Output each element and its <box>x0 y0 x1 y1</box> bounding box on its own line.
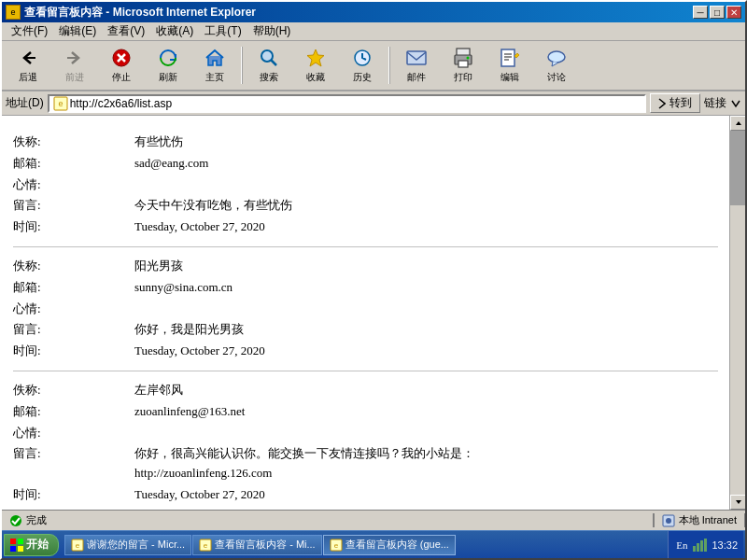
favorites-icon <box>304 47 327 69</box>
svg-rect-30 <box>697 543 699 552</box>
toolbar: 后退 前进 停止 刷新 主页 <box>2 41 745 91</box>
minimize-button[interactable]: ─ <box>693 6 708 19</box>
content-area[interactable]: 佚称: 有些忧伤 邮箱: sad@eang.com 心情: 留言: 今天中午没有… <box>2 116 729 510</box>
entry-3-message-label: 留言: <box>13 444 134 483</box>
taskbar-item-0-icon: e <box>71 539 84 552</box>
svg-text:e: e <box>333 541 338 550</box>
entry-3-time-row: 时间: Tuesday, October 27, 2020 <box>13 485 718 505</box>
taskbar-item-2[interactable]: e 查看留言板内容 (gue... <box>323 535 456 555</box>
menu-edit[interactable]: 编辑(E) <box>53 21 102 41</box>
stop-button[interactable]: 停止 <box>99 43 144 88</box>
print-button[interactable]: 打印 <box>441 43 486 88</box>
discuss-button[interactable]: 讨论 <box>534 43 579 88</box>
search-label: 搜索 <box>260 71 278 84</box>
entry-1-mood <box>134 175 718 195</box>
forward-label: 前进 <box>65 71 84 84</box>
taskbar-item-0[interactable]: e 谢谢您的留言 - Micr... <box>64 535 191 555</box>
entry-2: 佚称: 阳光男孩 邮箱: sunny@sina.com.cn 心情: 留言: 你… <box>13 247 718 371</box>
favorites-button[interactable]: 收藏 <box>293 43 338 88</box>
entry-2-email-label: 邮箱: <box>13 278 134 298</box>
entry-1-time-label: 时间: <box>13 217 134 237</box>
entry-2-nickname: 阳光男孩 <box>134 257 718 276</box>
entry-1-message-row: 留言: 今天中午没有吃饱，有些忧伤 <box>13 196 718 216</box>
taskbar-tray: En 13:32 <box>668 531 743 558</box>
entry-2-nickname-label: 佚称: <box>13 257 134 276</box>
back-button[interactable]: 后退 <box>6 43 50 88</box>
svg-rect-21 <box>10 546 16 552</box>
entry-2-time-row: 时间: Tuesday, October 27, 2020 <box>13 342 718 361</box>
start-button[interactable]: 开始 <box>4 534 59 556</box>
scroll-down-button[interactable] <box>730 495 745 510</box>
search-button[interactable]: 搜索 <box>247 43 291 88</box>
forward-icon <box>63 47 86 69</box>
home-label: 主页 <box>205 71 224 84</box>
entry-3-email-label: 邮箱: <box>13 402 134 422</box>
scrollbar-thumb[interactable] <box>730 131 745 205</box>
favorites-label: 收藏 <box>306 71 325 84</box>
go-label: 转到 <box>669 95 692 111</box>
tray-language-icon[interactable]: En <box>674 538 689 553</box>
entry-2-email-row: 邮箱: sunny@sina.com.cn <box>13 278 718 298</box>
address-input[interactable] <box>70 97 641 110</box>
scrollbar[interactable] <box>729 116 745 510</box>
menu-help[interactable]: 帮助(H) <box>247 21 297 41</box>
entry-2-mood-row: 心情: <box>13 300 718 319</box>
refresh-icon <box>157 47 179 69</box>
start-icon <box>10 539 23 552</box>
taskbar-item-2-label: 查看留言板内容 (gue... <box>345 538 449 552</box>
entry-3-email-row: 邮箱: zuoanlinfeng@163.net <box>13 402 718 422</box>
go-button[interactable]: 转到 <box>650 93 700 113</box>
maximize-button[interactable]: □ <box>710 6 725 19</box>
refresh-button[interactable]: 刷新 <box>146 43 190 88</box>
taskbar-items: e 谢谢您的留言 - Micr... e 查看留言板内容 - Mi... e 查… <box>64 535 666 555</box>
title-bar-buttons: ─ □ ✕ <box>693 6 741 19</box>
entry-3-email: zuoanlinfeng@163.net <box>134 402 718 422</box>
menu-file[interactable]: 文件(F) <box>6 21 53 41</box>
mail-icon <box>405 47 428 69</box>
tray-network-icon[interactable] <box>693 538 708 553</box>
taskbar-item-1-icon: e <box>199 539 212 552</box>
edit-button[interactable]: 编辑 <box>487 43 532 88</box>
taskbar-item-1[interactable]: e 查看留言板内容 - Mi... <box>192 535 322 555</box>
mail-button[interactable]: 邮件 <box>394 43 439 88</box>
svg-line-2 <box>272 61 277 66</box>
entry-3-mood-row: 心情: <box>13 424 718 443</box>
taskbar: 开始 e 谢谢您的留言 - Micr... e 查看留言板内容 - Mi... … <box>2 530 745 558</box>
home-button[interactable]: 主页 <box>192 43 237 88</box>
entry-2-mood <box>134 300 718 319</box>
menu-favorites[interactable]: 收藏(A) <box>150 21 199 41</box>
svg-rect-20 <box>18 539 23 544</box>
entry-1-email-row: 邮箱: sad@eang.com <box>13 154 718 174</box>
taskbar-item-0-label: 谢谢您的留言 - Micr... <box>87 538 185 552</box>
toolbar-sep-1 <box>241 47 243 84</box>
entry-1-message: 今天中午没有吃饱，有些忧伤 <box>134 196 718 216</box>
close-button[interactable]: ✕ <box>726 6 741 19</box>
scroll-up-button[interactable] <box>730 116 745 131</box>
edit-icon <box>499 47 521 69</box>
stop-label: 停止 <box>112 71 131 84</box>
svg-rect-7 <box>458 61 468 67</box>
forward-button[interactable]: 前进 <box>52 43 97 88</box>
svg-rect-29 <box>693 546 696 552</box>
entry-3-nickname-row: 佚称: 左岸邻风 <box>13 381 718 400</box>
svg-point-8 <box>467 57 470 60</box>
entry-1-nickname-label: 佚称: <box>13 133 134 152</box>
home-icon <box>204 47 226 69</box>
search-icon <box>258 47 280 69</box>
history-button[interactable]: 历史 <box>340 43 385 88</box>
edit-label: 编辑 <box>500 71 519 84</box>
svg-point-1 <box>261 50 273 62</box>
entry-1-time: Tuesday, October 27, 2020 <box>134 217 718 237</box>
title-bar: e 查看留言板内容 - Microsoft Internet Explorer … <box>2 2 745 22</box>
address-label: 地址(D) <box>6 95 44 111</box>
browser-icon: e <box>6 5 21 20</box>
scroll-down-icon <box>735 499 742 505</box>
menu-view[interactable]: 查看(V) <box>102 21 150 41</box>
links-label[interactable]: 链接 <box>704 95 726 111</box>
scrollbar-track[interactable] <box>730 131 745 495</box>
svg-point-18 <box>666 518 671 524</box>
svg-point-13 <box>548 51 565 63</box>
menu-tools[interactable]: 工具(T) <box>199 21 247 41</box>
status-bar: 完成 本地 Intranet <box>2 510 745 530</box>
entry-1-mood-row: 心情: <box>13 175 718 195</box>
